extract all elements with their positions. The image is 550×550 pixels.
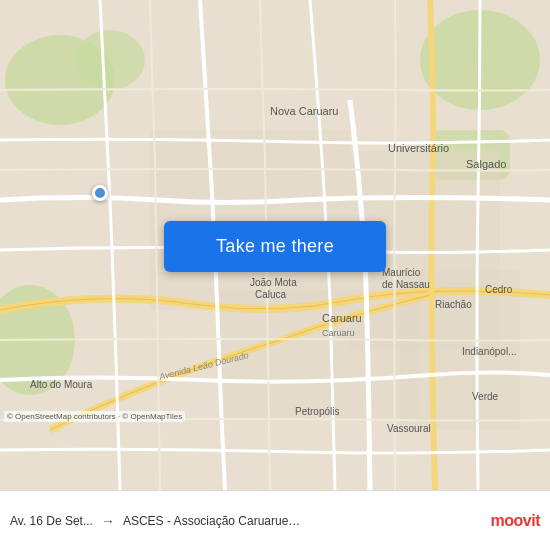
moovit-logo: moovit	[491, 512, 540, 530]
svg-text:Caruaru: Caruaru	[322, 312, 362, 324]
svg-text:Nova Caruaru: Nova Caruaru	[270, 105, 338, 117]
svg-point-4	[75, 30, 145, 90]
svg-text:João Mota: João Mota	[250, 277, 297, 288]
svg-text:Maurício: Maurício	[382, 267, 421, 278]
svg-text:Universitário: Universitário	[388, 142, 449, 154]
svg-text:Verde: Verde	[472, 391, 499, 402]
svg-text:Indianópol...: Indianópol...	[462, 346, 517, 357]
take-me-there-label: Take me there	[216, 236, 334, 257]
origin-marker	[92, 185, 108, 201]
svg-text:Cedro: Cedro	[485, 284, 513, 295]
map-attribution: © OpenStreetMap contributors · © OpenMap…	[4, 411, 185, 422]
map-container: Nova Caruaru Universitário Salgado Maurí…	[0, 0, 550, 490]
take-me-there-button[interactable]: Take me there	[164, 221, 386, 272]
route-from: Av. 16 De Set...	[10, 514, 93, 528]
moovit-logo-text: moovit	[491, 512, 540, 530]
bottom-bar: Av. 16 De Set... → ASCES - Associação Ca…	[0, 490, 550, 550]
svg-text:de Nassau: de Nassau	[382, 279, 430, 290]
svg-text:Caruaru: Caruaru	[322, 328, 355, 338]
svg-text:Vassoural: Vassoural	[387, 423, 431, 434]
route-to: ASCES - Associação Caruaruense ...	[123, 514, 303, 528]
svg-text:Riachão: Riachão	[435, 299, 472, 310]
svg-text:Alto do Moura: Alto do Moura	[30, 379, 93, 390]
route-arrow: →	[101, 513, 115, 529]
svg-text:Caluca: Caluca	[255, 289, 287, 300]
route-info: Av. 16 De Set... → ASCES - Associação Ca…	[10, 513, 491, 529]
svg-text:Petropólis: Petropólis	[295, 406, 339, 417]
svg-text:Salgado: Salgado	[466, 158, 506, 170]
